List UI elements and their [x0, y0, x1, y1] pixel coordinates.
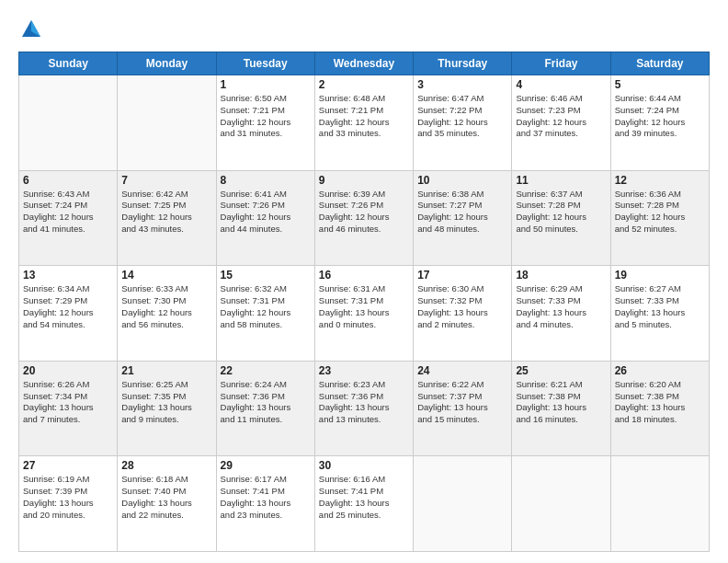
day-info: Sunrise: 6:32 AM Sunset: 7:31 PM Dayligh…: [221, 283, 311, 330]
calendar-cell: 4Sunrise: 6:46 AM Sunset: 7:23 PM Daylig…: [512, 75, 610, 171]
day-info: Sunrise: 6:25 AM Sunset: 7:35 PM Dayligh…: [121, 379, 211, 426]
day-number: 10: [417, 174, 507, 187]
weekday-header: Monday: [118, 52, 216, 75]
day-number: 22: [221, 364, 311, 377]
weekday-header: Friday: [512, 52, 610, 75]
calendar-week-row: 20Sunrise: 6:26 AM Sunset: 7:34 PM Dayli…: [19, 361, 710, 456]
day-number: 27: [23, 459, 113, 472]
calendar-week-row: 13Sunrise: 6:34 AM Sunset: 7:29 PM Dayli…: [19, 266, 710, 362]
day-info: Sunrise: 6:21 AM Sunset: 7:38 PM Dayligh…: [516, 379, 606, 426]
calendar-cell: 19Sunrise: 6:27 AM Sunset: 7:33 PM Dayli…: [610, 266, 709, 362]
day-number: 3: [417, 78, 507, 91]
day-number: 7: [121, 174, 211, 187]
calendar-cell: 30Sunrise: 6:16 AM Sunset: 7:41 PM Dayli…: [314, 456, 413, 552]
calendar-cell: 22Sunrise: 6:24 AM Sunset: 7:36 PM Dayli…: [216, 361, 314, 456]
day-info: Sunrise: 6:47 AM Sunset: 7:22 PM Dayligh…: [417, 93, 507, 140]
logo-icon: [18, 17, 44, 42]
calendar-cell: 12Sunrise: 6:36 AM Sunset: 7:28 PM Dayli…: [610, 170, 709, 266]
day-number: 9: [319, 174, 409, 187]
day-info: Sunrise: 6:44 AM Sunset: 7:24 PM Dayligh…: [615, 93, 705, 140]
calendar-cell: 13Sunrise: 6:34 AM Sunset: 7:29 PM Dayli…: [19, 266, 118, 362]
day-info: Sunrise: 6:48 AM Sunset: 7:21 PM Dayligh…: [319, 93, 409, 140]
calendar-cell: [512, 456, 610, 552]
calendar-cell: 3Sunrise: 6:47 AM Sunset: 7:22 PM Daylig…: [414, 75, 512, 171]
day-number: 20: [23, 364, 113, 377]
day-number: 30: [319, 459, 409, 472]
calendar-cell: 25Sunrise: 6:21 AM Sunset: 7:38 PM Dayli…: [512, 361, 610, 456]
calendar-week-row: 6Sunrise: 6:43 AM Sunset: 7:24 PM Daylig…: [19, 170, 710, 266]
day-number: 28: [121, 459, 211, 472]
day-number: 14: [121, 269, 211, 282]
day-info: Sunrise: 6:29 AM Sunset: 7:33 PM Dayligh…: [516, 283, 606, 330]
page: SundayMondayTuesdayWednesdayThursdayFrid…: [0, 0, 728, 563]
header: [18, 17, 710, 42]
calendar-cell: 21Sunrise: 6:25 AM Sunset: 7:35 PM Dayli…: [118, 361, 216, 456]
calendar-cell: 20Sunrise: 6:26 AM Sunset: 7:34 PM Dayli…: [19, 361, 118, 456]
calendar-cell: 26Sunrise: 6:20 AM Sunset: 7:38 PM Dayli…: [610, 361, 709, 456]
day-info: Sunrise: 6:20 AM Sunset: 7:38 PM Dayligh…: [615, 379, 705, 426]
day-number: 2: [319, 78, 409, 91]
day-info: Sunrise: 6:33 AM Sunset: 7:30 PM Dayligh…: [121, 283, 211, 330]
calendar-cell: 15Sunrise: 6:32 AM Sunset: 7:31 PM Dayli…: [216, 266, 314, 362]
calendar-cell: 14Sunrise: 6:33 AM Sunset: 7:30 PM Dayli…: [118, 266, 216, 362]
day-info: Sunrise: 6:38 AM Sunset: 7:27 PM Dayligh…: [417, 189, 507, 236]
day-number: 8: [221, 174, 311, 187]
weekday-header: Tuesday: [216, 52, 314, 75]
day-info: Sunrise: 6:23 AM Sunset: 7:36 PM Dayligh…: [319, 379, 409, 426]
calendar-table: SundayMondayTuesdayWednesdayThursdayFrid…: [18, 52, 710, 552]
day-number: 24: [417, 364, 507, 377]
calendar-cell: 24Sunrise: 6:22 AM Sunset: 7:37 PM Dayli…: [414, 361, 512, 456]
weekday-header: Thursday: [414, 52, 512, 75]
day-number: 18: [516, 269, 606, 282]
calendar-cell: 10Sunrise: 6:38 AM Sunset: 7:27 PM Dayli…: [414, 170, 512, 266]
day-number: 1: [221, 78, 311, 91]
day-info: Sunrise: 6:24 AM Sunset: 7:36 PM Dayligh…: [221, 379, 311, 426]
day-info: Sunrise: 6:34 AM Sunset: 7:29 PM Dayligh…: [23, 283, 113, 330]
day-number: 15: [221, 269, 311, 282]
day-info: Sunrise: 6:42 AM Sunset: 7:25 PM Dayligh…: [121, 189, 211, 236]
day-number: 4: [516, 78, 606, 91]
day-number: 17: [417, 269, 507, 282]
day-number: 5: [615, 78, 705, 91]
day-number: 25: [516, 364, 606, 377]
day-number: 19: [615, 269, 705, 282]
weekday-header: Saturday: [610, 52, 709, 75]
day-info: Sunrise: 6:27 AM Sunset: 7:33 PM Dayligh…: [615, 283, 705, 330]
day-number: 26: [615, 364, 705, 377]
calendar-cell: 18Sunrise: 6:29 AM Sunset: 7:33 PM Dayli…: [512, 266, 610, 362]
day-info: Sunrise: 6:18 AM Sunset: 7:40 PM Dayligh…: [121, 474, 211, 521]
day-info: Sunrise: 6:19 AM Sunset: 7:39 PM Dayligh…: [23, 474, 113, 521]
calendar-cell: 28Sunrise: 6:18 AM Sunset: 7:40 PM Dayli…: [118, 456, 216, 552]
day-info: Sunrise: 6:39 AM Sunset: 7:26 PM Dayligh…: [319, 189, 409, 236]
day-number: 23: [319, 364, 409, 377]
calendar-cell: 16Sunrise: 6:31 AM Sunset: 7:31 PM Dayli…: [314, 266, 413, 362]
day-number: 13: [23, 269, 113, 282]
calendar-cell: 11Sunrise: 6:37 AM Sunset: 7:28 PM Dayli…: [512, 170, 610, 266]
day-number: 21: [121, 364, 211, 377]
logo: [18, 17, 48, 42]
calendar-cell: 23Sunrise: 6:23 AM Sunset: 7:36 PM Dayli…: [314, 361, 413, 456]
calendar-cell: 8Sunrise: 6:41 AM Sunset: 7:26 PM Daylig…: [216, 170, 314, 266]
day-info: Sunrise: 6:26 AM Sunset: 7:34 PM Dayligh…: [23, 379, 113, 426]
calendar-cell: 5Sunrise: 6:44 AM Sunset: 7:24 PM Daylig…: [610, 75, 709, 171]
day-number: 16: [319, 269, 409, 282]
day-info: Sunrise: 6:50 AM Sunset: 7:21 PM Dayligh…: [221, 93, 311, 140]
calendar-cell: 29Sunrise: 6:17 AM Sunset: 7:41 PM Dayli…: [216, 456, 314, 552]
calendar-cell: [610, 456, 709, 552]
calendar-cell: [414, 456, 512, 552]
weekday-header-row: SundayMondayTuesdayWednesdayThursdayFrid…: [19, 52, 710, 75]
calendar-cell: [19, 75, 118, 171]
calendar-cell: 6Sunrise: 6:43 AM Sunset: 7:24 PM Daylig…: [19, 170, 118, 266]
day-info: Sunrise: 6:43 AM Sunset: 7:24 PM Dayligh…: [23, 189, 113, 236]
day-info: Sunrise: 6:16 AM Sunset: 7:41 PM Dayligh…: [319, 474, 409, 521]
calendar-cell: 1Sunrise: 6:50 AM Sunset: 7:21 PM Daylig…: [216, 75, 314, 171]
calendar-cell: 7Sunrise: 6:42 AM Sunset: 7:25 PM Daylig…: [118, 170, 216, 266]
calendar-week-row: 27Sunrise: 6:19 AM Sunset: 7:39 PM Dayli…: [19, 456, 710, 552]
calendar-cell: 17Sunrise: 6:30 AM Sunset: 7:32 PM Dayli…: [414, 266, 512, 362]
day-info: Sunrise: 6:31 AM Sunset: 7:31 PM Dayligh…: [319, 283, 409, 330]
day-info: Sunrise: 6:37 AM Sunset: 7:28 PM Dayligh…: [516, 189, 606, 236]
day-info: Sunrise: 6:36 AM Sunset: 7:28 PM Dayligh…: [615, 189, 705, 236]
weekday-header: Wednesday: [314, 52, 413, 75]
calendar-cell: 27Sunrise: 6:19 AM Sunset: 7:39 PM Dayli…: [19, 456, 118, 552]
day-info: Sunrise: 6:30 AM Sunset: 7:32 PM Dayligh…: [417, 283, 507, 330]
